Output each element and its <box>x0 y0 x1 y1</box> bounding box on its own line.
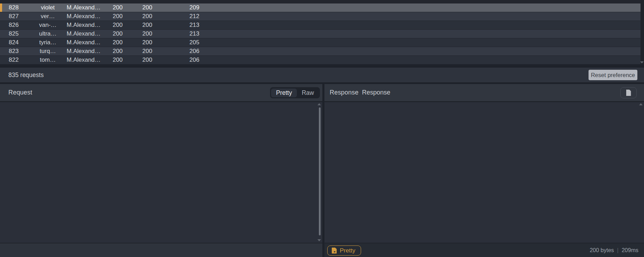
id-cell: 826 <box>9 21 32 29</box>
selected-row-marker <box>0 3 2 12</box>
raw-tab[interactable]: Raw <box>297 89 319 97</box>
response-panel: Response Response Pretty 200 bytes|209ms <box>324 84 644 257</box>
length-cell: 213 <box>187 30 641 38</box>
status2-cell: 200 <box>140 12 187 21</box>
response-panel-tab[interactable]: Response <box>362 89 390 96</box>
response-panel-title: Response <box>330 89 359 96</box>
table-status-bar: 835 requests Reset preference <box>0 68 644 82</box>
http-history-screen: 828violetM.Alexand…200200209827ver…M.Ale… <box>0 0 644 257</box>
response-pretty-button[interactable]: Pretty <box>327 245 361 256</box>
table-row[interactable]: 827ver…M.Alexand…200200212 <box>0 12 641 21</box>
user-cell: M.Alexand… <box>64 47 110 55</box>
document-icon <box>626 90 631 96</box>
response-meta: 200 bytes|209ms <box>590 247 638 254</box>
user-cell: M.Alexand… <box>64 38 110 47</box>
status2-cell: 200 <box>140 38 187 47</box>
payload-cell: violet <box>32 3 64 12</box>
response-panel-footer: Pretty 200 bytes|209ms <box>324 243 644 257</box>
payload-cell: ver… <box>32 12 64 21</box>
id-cell: 825 <box>9 30 32 38</box>
response-pretty-label: Pretty <box>340 247 355 254</box>
table-row[interactable]: 826van-…M.Alexand…200200213 <box>0 21 641 30</box>
table-row[interactable]: 823turq…M.Alexand…200200206 <box>0 47 641 56</box>
user-cell: M.Alexand… <box>64 56 110 64</box>
pretty-tab[interactable]: Pretty <box>271 89 297 97</box>
status1-cell: 200 <box>110 12 140 21</box>
request-panel-header: Request Pretty Raw <box>0 84 322 102</box>
status1-cell: 200 <box>110 38 140 47</box>
id-cell: 828 <box>9 3 32 12</box>
status1-cell: 200 <box>110 21 140 29</box>
user-cell: M.Alexand… <box>64 3 110 12</box>
request-editor[interactable] <box>0 102 322 243</box>
request-panel-title: Request <box>8 89 32 96</box>
status2-cell: 200 <box>140 30 187 38</box>
status2-cell: 200 <box>140 56 187 64</box>
request-panel: Request Pretty Raw <box>0 84 322 257</box>
payload-cell: ultra… <box>32 30 64 38</box>
pretty-raw-toggle: Pretty Raw <box>270 87 320 98</box>
id-cell: 823 <box>9 47 32 55</box>
length-cell: 212 <box>187 12 641 21</box>
user-cell: M.Alexand… <box>64 21 110 29</box>
status2-cell: 200 <box>140 21 187 29</box>
requests-count: 835 requests <box>8 71 44 79</box>
user-cell: M.Alexand… <box>64 30 110 38</box>
length-cell: 209 <box>187 3 641 12</box>
response-size: 200 bytes <box>590 247 614 253</box>
user-cell: M.Alexand… <box>64 12 110 21</box>
requests-table: 828violetM.Alexand…200200209827ver…M.Ale… <box>0 0 641 65</box>
length-cell: 205 <box>187 38 641 47</box>
id-cell: 827 <box>9 12 32 21</box>
response-panel-header: Response Response <box>324 84 644 102</box>
id-cell: 824 <box>9 38 32 47</box>
status1-cell: 200 <box>110 47 140 55</box>
code-file-icon <box>332 248 337 254</box>
response-editor[interactable] <box>324 102 644 243</box>
payload-cell: tom… <box>32 56 64 64</box>
payload-cell: turq… <box>32 47 64 55</box>
requests-table-rows: 828violetM.Alexand…200200209827ver…M.Ale… <box>0 3 641 65</box>
response-scroll-up-icon[interactable] <box>639 103 643 105</box>
copy-document-button[interactable] <box>620 87 637 98</box>
table-scrollbar[interactable] <box>641 0 644 65</box>
table-row[interactable]: 822tom…M.Alexand…200200206 <box>0 56 641 65</box>
request-panel-footer <box>0 243 322 257</box>
status2-cell: 200 <box>140 47 187 55</box>
status2-cell: 200 <box>140 3 187 12</box>
request-scroll-up-icon[interactable] <box>317 103 321 105</box>
request-scroll-down-icon[interactable] <box>317 239 321 241</box>
response-time: 209ms <box>622 247 638 253</box>
length-cell: 206 <box>187 47 641 55</box>
id-cell: 822 <box>9 56 32 64</box>
status1-cell: 200 <box>110 30 140 38</box>
payload-cell: van-… <box>32 21 64 29</box>
meta-separator: | <box>614 247 622 253</box>
table-row[interactable]: 828violetM.Alexand…200200209 <box>0 3 641 12</box>
table-row[interactable]: 824tyria…M.Alexand…200200205 <box>0 38 641 47</box>
request-scrollbar-thumb[interactable] <box>319 107 321 235</box>
table-scroll-down-icon[interactable] <box>640 61 644 63</box>
reset-preference-button[interactable]: Reset preference <box>589 70 637 80</box>
status1-cell: 200 <box>110 3 140 12</box>
payload-cell: tyria… <box>32 38 64 47</box>
status1-cell: 200 <box>110 56 140 64</box>
table-row[interactable]: 825ultra…M.Alexand…200200213 <box>0 30 641 38</box>
length-cell: 213 <box>187 21 641 29</box>
length-cell: 206 <box>187 56 641 64</box>
